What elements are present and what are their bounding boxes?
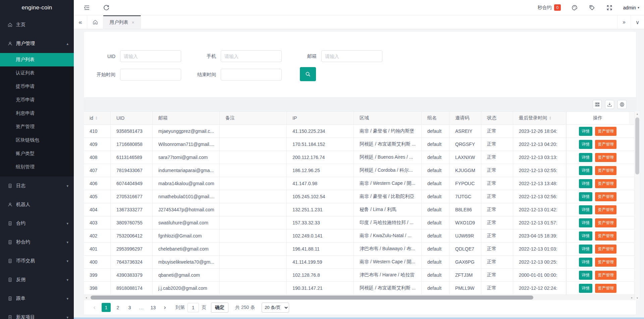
cell-id: 409: [84, 138, 111, 151]
sidebar-item-spot-trade[interactable]: 币币交易▾: [0, 252, 74, 270]
vertical-scroll-thumb[interactable]: [635, 117, 639, 174]
vertical-scrollbar[interactable]: ▲ ▼: [634, 111, 640, 300]
detail-button[interactable]: 详情: [579, 179, 592, 188]
detail-button[interactable]: 详情: [579, 140, 592, 149]
sidebar-item-new-project[interactable]: 新发项目▾: [0, 308, 74, 319]
cell-uid: 6074404949: [111, 177, 153, 190]
page-button-2[interactable]: 2: [113, 303, 122, 312]
phone-input[interactable]: [221, 50, 282, 62]
detail-button[interactable]: 详情: [579, 127, 592, 136]
sidebar-item-contract[interactable]: 合约▾: [0, 214, 74, 233]
sort-icon[interactable]: ▲▼: [549, 116, 551, 120]
cell-uid: 4390383379: [111, 269, 153, 281]
detail-button[interactable]: 详情: [579, 166, 592, 175]
horizontal-scrollbar[interactable]: ◄ ►: [84, 295, 634, 300]
start-time-field-group: 开始时间: [91, 68, 192, 81]
sidebar-subitem-account-type[interactable]: 账户类型: [0, 147, 74, 160]
table-row: 4052705316677nmathebula0101@gmail....105…: [84, 190, 634, 203]
scroll-right-icon[interactable]: ►: [630, 295, 634, 300]
detail-button[interactable]: 详情: [579, 153, 592, 162]
sidebar-item-second-contract[interactable]: 秒合约▾: [0, 233, 74, 252]
tab-user-list[interactable]: 用户列表 ×: [103, 15, 141, 29]
detail-button[interactable]: 详情: [579, 284, 592, 293]
admin-dropdown[interactable]: admin ▾: [623, 5, 639, 10]
detail-button[interactable]: 详情: [579, 231, 592, 241]
asset-button[interactable]: 资产管理: [595, 153, 616, 162]
detail-button[interactable]: 详情: [579, 245, 592, 254]
tab-home-icon[interactable]: [87, 15, 103, 29]
cell-uid: 9358581473: [111, 125, 153, 138]
sidebar-item-logs[interactable]: 日志▾: [0, 176, 74, 195]
menu-fold-icon[interactable]: [83, 4, 91, 11]
uid-input[interactable]: [120, 50, 181, 62]
sort-icon[interactable]: ▲▼: [95, 116, 98, 120]
end-time-input[interactable]: [221, 69, 282, 81]
goto-page-input[interactable]: [187, 303, 199, 312]
theme-palette-icon[interactable]: [571, 4, 578, 11]
asset-button[interactable]: 资产管理: [595, 192, 616, 201]
asset-button[interactable]: 资产管理: [595, 179, 616, 188]
tag-icon[interactable]: [588, 4, 596, 11]
page-button-3[interactable]: 3: [125, 303, 134, 312]
search-button[interactable]: [300, 67, 316, 81]
tabs-menu-icon[interactable]: ∨: [631, 15, 644, 29]
page-button-13[interactable]: 13: [149, 303, 158, 312]
sidebar-item-home[interactable]: 主页: [0, 15, 74, 34]
start-time-input[interactable]: [120, 69, 181, 81]
sidebar-subitem-interest-apply[interactable]: 利息申请: [0, 107, 74, 120]
second-contract-notice[interactable]: 秒合约 0: [538, 4, 561, 11]
asset-button[interactable]: 资产管理: [595, 140, 616, 149]
column-header-id[interactable]: id▲▼: [84, 112, 111, 124]
detail-button[interactable]: 详情: [579, 271, 592, 280]
fullscreen-icon[interactable]: [606, 4, 613, 11]
sidebar-item-copy-trade[interactable]: 跟单▾: [0, 289, 74, 308]
sidebar-item-rebate[interactable]: 反佣▾: [0, 270, 74, 289]
asset-button[interactable]: 资产管理: [595, 284, 616, 293]
horizontal-scroll-thumb[interactable]: [91, 296, 533, 300]
detail-button[interactable]: 详情: [579, 205, 592, 214]
export-icon[interactable]: [605, 100, 614, 109]
tabs-scroll-left-icon[interactable]: «: [74, 15, 87, 29]
page-size-select[interactable]: 20 条/页: [262, 303, 289, 313]
chevron-down-icon: ▾: [66, 184, 68, 188]
next-page-button[interactable]: ›: [160, 303, 169, 312]
cell-ip: 105.245.102.54: [287, 190, 354, 203]
sidebar-subitem-withdraw-apply[interactable]: 提币申请: [0, 80, 74, 93]
column-header-login[interactable]: 最后登录时间▲▼: [513, 112, 566, 124]
cell-ops: 详情资产管理: [566, 203, 629, 216]
cell-id: 406: [84, 177, 111, 190]
detail-button[interactable]: 详情: [579, 258, 592, 267]
confirm-button[interactable]: 确定: [211, 303, 228, 313]
asset-button[interactable]: 资产管理: [595, 205, 616, 214]
prev-page-button[interactable]: ‹: [90, 303, 99, 312]
sidebar-subitem-group-management[interactable]: 组别管理: [0, 160, 74, 174]
refresh-icon[interactable]: [103, 4, 110, 11]
sidebar-subitem-asset-management[interactable]: 资产管理: [0, 120, 74, 134]
asset-button[interactable]: 资产管理: [595, 218, 616, 227]
scroll-up-icon[interactable]: ▲: [635, 111, 640, 116]
detail-button[interactable]: 详情: [579, 192, 592, 201]
scroll-down-icon[interactable]: ▼: [635, 296, 640, 300]
columns-setting-icon[interactable]: [593, 100, 602, 109]
page-button-1[interactable]: 1: [102, 303, 111, 312]
cell-email: fgnhlozi@Gmail.com: [153, 229, 220, 242]
tabs-scroll-right-icon[interactable]: »: [617, 15, 631, 29]
sidebar-subitem-blockchain-wallet[interactable]: 区块链钱包: [0, 134, 74, 147]
end-time-field-group: 结束时间: [192, 68, 292, 81]
asset-button[interactable]: 资产管理: [595, 258, 616, 267]
asset-button[interactable]: 资产管理: [595, 166, 616, 175]
scroll-left-icon[interactable]: ◄: [84, 295, 89, 300]
asset-button[interactable]: 资产管理: [595, 127, 616, 136]
email-input[interactable]: [321, 50, 382, 62]
print-icon[interactable]: [618, 100, 627, 109]
detail-button[interactable]: 详情: [579, 218, 592, 227]
sidebar-subitem-user-list[interactable]: 用户列表: [0, 53, 74, 66]
sidebar-item-robot[interactable]: 机器人: [0, 195, 74, 214]
sidebar-subitem-auth-list[interactable]: 认证列表: [0, 66, 74, 80]
asset-button[interactable]: 资产管理: [595, 271, 616, 280]
sidebar-subitem-deposit-apply[interactable]: 充币申请: [0, 93, 74, 107]
sidebar-item-user-management[interactable]: 用户管理▴: [0, 34, 74, 53]
asset-button[interactable]: 资产管理: [595, 231, 616, 241]
close-icon[interactable]: ×: [131, 20, 134, 25]
asset-button[interactable]: 资产管理: [595, 245, 616, 254]
